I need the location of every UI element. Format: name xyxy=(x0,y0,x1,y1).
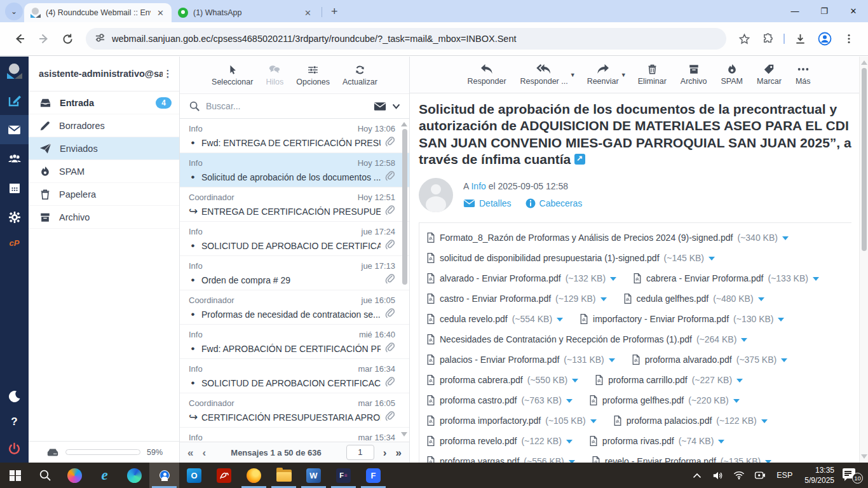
sidebar-item-borradores[interactable]: Borradores xyxy=(29,114,179,137)
address-bar[interactable]: webmail.sanjuan.gob.ec/cpsess4685020211/… xyxy=(86,28,726,50)
taskbar-fs-app-button[interactable]: F≡ xyxy=(329,463,358,488)
next-page-button[interactable]: › xyxy=(383,447,387,458)
taskbar-file-explorer-button[interactable] xyxy=(269,463,299,488)
attachment-item[interactable]: proforma palacios.pdf (~122 KB) xyxy=(613,414,768,427)
window-restore-button[interactable]: ❐ xyxy=(810,6,839,16)
reply-all-dropdown-icon[interactable]: ▼ xyxy=(570,72,576,78)
notification-center-icon[interactable]: 10 xyxy=(843,467,862,484)
attachment-item[interactable]: cedula revelo.pdf (~554 KB) xyxy=(426,313,563,325)
clock[interactable]: 13:35 5/9/2025 xyxy=(801,465,838,485)
forward-button[interactable] xyxy=(37,32,50,45)
attachment-dropdown-icon[interactable] xyxy=(758,297,764,301)
attachment-item[interactable]: imporfactory - Enviar Proforma.pdf (~130… xyxy=(580,313,784,325)
attachment-dropdown-icon[interactable] xyxy=(813,277,819,281)
attachment-item[interactable]: alvarado - Enviar Proforma.pdf (~132 KB) xyxy=(426,272,616,285)
page-number-input[interactable]: 1 xyxy=(346,445,374,460)
attachment-item[interactable]: cabrera - Enviar Proforma.pdf (~133 KB) xyxy=(633,272,819,285)
attachment-item[interactable]: solicitud de disponibilidad presupuestar… xyxy=(426,252,715,264)
attachment-item[interactable]: revelo - Enviar Proforma.pdf (~135 KB) xyxy=(592,455,772,463)
attachment-dropdown-icon[interactable] xyxy=(609,358,615,362)
attachment-item[interactable]: proforma alvarado.pdf (~375 KB) xyxy=(632,353,787,366)
volume-icon[interactable] xyxy=(710,471,726,480)
cpanel-icon[interactable]: cP xyxy=(0,232,29,254)
scroll-up-arrow[interactable] xyxy=(861,60,867,65)
attachment-item[interactable]: castro - Enviar Proforma.pdf (~129 KB) xyxy=(426,292,607,305)
attachment-item[interactable]: proforma castro.pdf (~763 KB) xyxy=(426,394,573,407)
message-list-item[interactable]: Info mié 16:40 • Fwd: APROBACIÓN DE CERT… xyxy=(180,325,409,359)
search-options-chevron-icon[interactable] xyxy=(392,104,400,109)
attachment-dropdown-icon[interactable] xyxy=(566,399,573,403)
delete-button[interactable]: Eliminar xyxy=(638,64,667,86)
dark-mode-moon-icon[interactable] xyxy=(0,384,29,409)
attachment-item[interactable]: cedula gelfhes.pdf (~480 KB) xyxy=(623,292,764,305)
sidebar-item-enviados[interactable]: Enviados xyxy=(29,137,179,160)
list-scroll-up-arrow[interactable] xyxy=(401,122,407,126)
reply-all-button[interactable]: Responder ... ▼ xyxy=(520,64,568,86)
new-tab-button[interactable]: + xyxy=(331,5,338,18)
mail-icon[interactable] xyxy=(0,115,29,144)
attachment-dropdown-icon[interactable] xyxy=(782,236,789,240)
message-list-item[interactable]: Info jue 17:24 • SOLICITUD DE APROBACIO … xyxy=(180,222,409,256)
attachment-dropdown-icon[interactable] xyxy=(781,358,787,362)
attachment-dropdown-icon[interactable] xyxy=(709,257,715,261)
list-scroll-down-arrow[interactable] xyxy=(401,432,407,437)
logout-power-icon[interactable] xyxy=(0,435,29,463)
taskbar-acrobat-button[interactable] xyxy=(209,463,239,488)
attachment-dropdown-icon[interactable] xyxy=(600,297,607,301)
list-scrollbar-thumb[interactable] xyxy=(402,129,407,285)
message-list-item[interactable]: Coordinador jue 16:05 • Proformas de nec… xyxy=(180,290,409,325)
attachment-item[interactable]: proforma cabrera.pdf (~550 KB) xyxy=(426,374,578,386)
taskbar-search-button[interactable] xyxy=(30,463,60,488)
attachment-item[interactable]: Necesidades de Contratación y Recepción … xyxy=(426,333,747,346)
browser-menu-icon[interactable] xyxy=(843,33,855,44)
tab-close-icon[interactable]: ✕ xyxy=(303,8,313,18)
roundcube-logo[interactable] xyxy=(0,57,29,86)
message-list-item[interactable]: Info Hoy 12:58 • Solicitud de aprobación… xyxy=(180,153,409,187)
settings-gear-icon[interactable] xyxy=(0,203,29,232)
window-close-button[interactable]: ✕ xyxy=(839,6,868,16)
attachment-dropdown-icon[interactable] xyxy=(572,379,578,383)
taskbar-edge-button[interactable] xyxy=(119,463,149,488)
message-scrollbar[interactable] xyxy=(859,57,868,463)
sidebar-item-entrada[interactable]: Entrada 4 xyxy=(29,92,179,114)
attachment-dropdown-icon[interactable] xyxy=(736,379,743,383)
meet-now-icon[interactable] xyxy=(752,471,768,480)
wifi-icon[interactable] xyxy=(731,471,747,480)
attachment-dropdown-icon[interactable] xyxy=(778,318,784,322)
search-input[interactable] xyxy=(206,101,368,111)
attachment-item[interactable]: proforma rivas.pdf (~74 KB) xyxy=(589,435,724,447)
message-list-item[interactable]: Info mar 15:34 xyxy=(180,428,409,442)
prev-page-button[interactable]: ‹ xyxy=(202,447,206,458)
reply-button[interactable]: Responder xyxy=(467,64,506,86)
profile-avatar-icon[interactable] xyxy=(818,32,832,46)
spam-button[interactable]: SPAM xyxy=(721,64,743,86)
attachment-item[interactable]: Formato_8_Razón de Proformas y Análisis … xyxy=(426,231,789,244)
window-minimize-button[interactable]: — xyxy=(780,6,810,16)
search-scope-mail-icon[interactable] xyxy=(374,102,386,111)
attachment-item[interactable]: palacios - Enviar Proforma.pdf (~131 KB) xyxy=(426,353,615,366)
more-button[interactable]: Más xyxy=(796,64,811,86)
sidebar-item-spam[interactable]: SPAM xyxy=(29,160,179,183)
account-menu-icon[interactable]: ⋮ xyxy=(163,72,173,75)
taskbar-chrome-button[interactable] xyxy=(149,463,179,488)
back-button[interactable] xyxy=(13,32,26,45)
headers-toggle[interactable]: Cabeceras xyxy=(526,198,583,208)
attachment-dropdown-icon[interactable] xyxy=(761,419,768,423)
attachment-dropdown-icon[interactable] xyxy=(733,399,740,403)
compose-icon[interactable] xyxy=(0,86,29,115)
last-page-button[interactable]: » xyxy=(396,447,402,458)
taskbar-firefox-button[interactable] xyxy=(239,463,269,488)
message-list-item[interactable]: Info jue 17:13 • Orden de compra # 29 xyxy=(180,256,409,290)
attachment-dropdown-icon[interactable] xyxy=(610,277,616,281)
attachment-item[interactable]: proforma gelfhes.pdf (~220 KB) xyxy=(589,394,740,407)
taskbar-outlook-button[interactable]: O xyxy=(179,463,209,488)
select-button[interactable]: Seleccionar xyxy=(212,64,253,86)
attachment-dropdown-icon[interactable] xyxy=(566,440,573,444)
tab-roundcube[interactable]: (4) Roundcube Webmail :: Envia ✕ xyxy=(24,3,172,22)
message-list-item[interactable]: Coordinador Hoy 12:51 ↪ ENTREGA DE CERTI… xyxy=(180,187,409,222)
scrollbar-thumb[interactable] xyxy=(862,68,867,251)
site-settings-icon[interactable] xyxy=(95,32,105,46)
contacts-icon[interactable] xyxy=(0,144,29,173)
tab-whatsapp[interactable]: (1) WhatsApp ✕ xyxy=(172,3,319,22)
message-list-item[interactable]: Info mar 16:34 • SOLICITUD DE APROBACION… xyxy=(180,359,409,393)
